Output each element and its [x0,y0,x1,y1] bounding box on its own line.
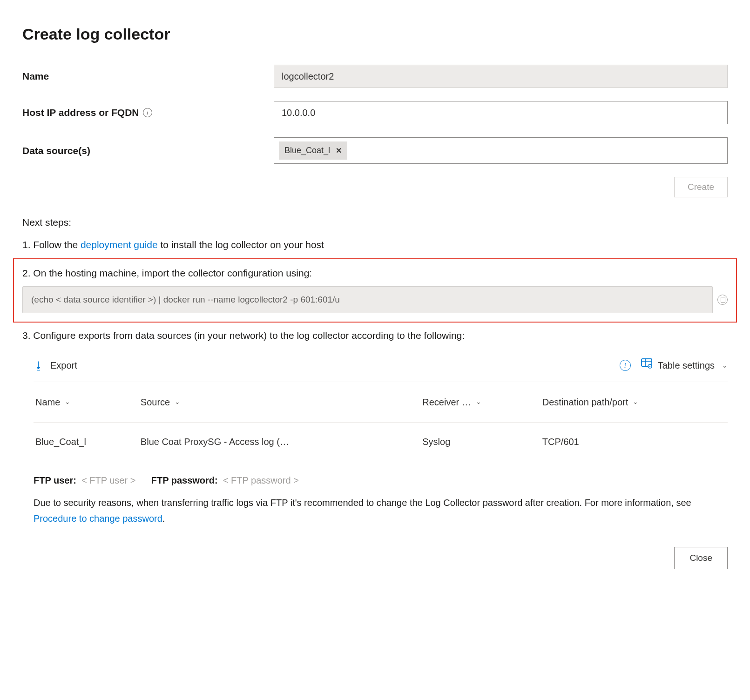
chevron-down-icon: ⌄ [722,361,728,370]
form-row-host: Host IP address or FQDN i [22,101,728,124]
table-settings-label: Table settings [658,358,715,372]
close-row: Close [22,547,728,569]
table-area: ⭳ Export i Table settings ⌄ [34,354,728,526]
deployment-guide-link[interactable]: deployment guide [81,239,158,250]
host-label: Host IP address or FQDN i [22,105,274,120]
name-label: Name [22,69,274,84]
step-3: 3. Configure exports from data sources (… [22,328,728,343]
cell-name: Blue_Coat_l [34,422,139,461]
remove-tag-icon[interactable]: ✕ [336,145,342,156]
table-row[interactable]: Blue_Coat_l Blue Coat ProxySG - Access l… [34,422,728,461]
ftp-password-value: < FTP password > [223,475,299,485]
toolbar-right: i Table settings ⌄ [620,358,728,372]
table-settings-icon [641,358,652,372]
col-dest-label: Destination path/port [542,395,628,409]
ftp-user-value: < FTP user > [81,475,135,485]
export-label: Export [50,358,77,372]
chevron-down-icon: ⌄ [65,397,70,407]
create-button[interactable]: Create [674,177,728,197]
chevron-down-icon: ⌄ [175,397,180,407]
data-source-tag-label: Blue_Coat_l [284,144,330,157]
table-info-icon[interactable]: i [620,360,631,371]
data-sources-table: Name⌄ Source⌄ Receiver …⌄ Destination pa… [34,382,728,461]
note-text-after: . [162,513,165,524]
note-text-before: Due to security reasons, when transferri… [34,498,691,508]
step-1: 1. Follow the deployment guide to instal… [22,237,728,252]
step-2: 2. On the hosting machine, import the co… [22,266,728,281]
data-sources-label: Data source(s) [22,143,274,158]
table-settings-button[interactable]: Table settings ⌄ [641,358,728,372]
step-1-suffix: to install the log collector on your hos… [158,239,324,250]
ftp-user-label: FTP user: [34,475,76,485]
col-name[interactable]: Name⌄ [34,382,139,423]
create-button-row: Create [22,177,728,197]
cell-dest: TCP/601 [541,422,728,461]
form-row-name: Name [22,65,728,88]
form-row-data-sources: Data source(s) Blue_Coat_l ✕ [22,137,728,164]
code-block-wrap: (echo < data source identifier >) | dock… [22,286,728,314]
col-source[interactable]: Source⌄ [139,382,420,423]
page-title: Create log collector [22,22,728,46]
security-note: Due to security reasons, when transferri… [34,495,728,526]
table-header-row: Name⌄ Source⌄ Receiver …⌄ Destination pa… [34,382,728,423]
ftp-password-label: FTP password: [151,475,218,485]
cell-source: Blue Coat ProxySG - Access log (… [139,422,420,461]
col-receiver-label: Receiver … [422,395,471,409]
copy-icon[interactable] [717,295,728,305]
step-2-highlight: 2. On the hosting machine, import the co… [13,258,737,323]
name-input[interactable] [274,65,728,88]
host-label-text: Host IP address or FQDN [22,105,139,120]
next-steps-heading: Next steps: [22,215,728,230]
svg-point-4 [649,366,650,367]
step-1-prefix: 1. Follow the [22,239,81,250]
host-input[interactable] [274,101,728,124]
chevron-down-icon: ⌄ [633,397,638,407]
download-icon: ⭳ [34,358,44,373]
info-icon[interactable]: i [143,108,152,117]
close-button[interactable]: Close [674,547,728,569]
col-dest[interactable]: Destination path/port⌄ [541,382,728,423]
export-button[interactable]: ⭳ Export [34,358,77,373]
data-source-tag: Blue_Coat_l ✕ [279,141,347,160]
col-source-label: Source [141,395,170,409]
table-toolbar: ⭳ Export i Table settings ⌄ [34,354,728,382]
cell-receiver: Syslog [420,422,540,461]
col-receiver[interactable]: Receiver …⌄ [420,382,540,423]
command-code-block[interactable]: (echo < data source identifier >) | dock… [22,286,713,314]
change-password-link[interactable]: Procedure to change password [34,513,162,524]
data-sources-input[interactable]: Blue_Coat_l ✕ [274,137,728,164]
ftp-credentials: FTP user: < FTP user > FTP password: < F… [34,473,728,487]
col-name-label: Name [35,395,60,409]
chevron-down-icon: ⌄ [476,397,481,407]
